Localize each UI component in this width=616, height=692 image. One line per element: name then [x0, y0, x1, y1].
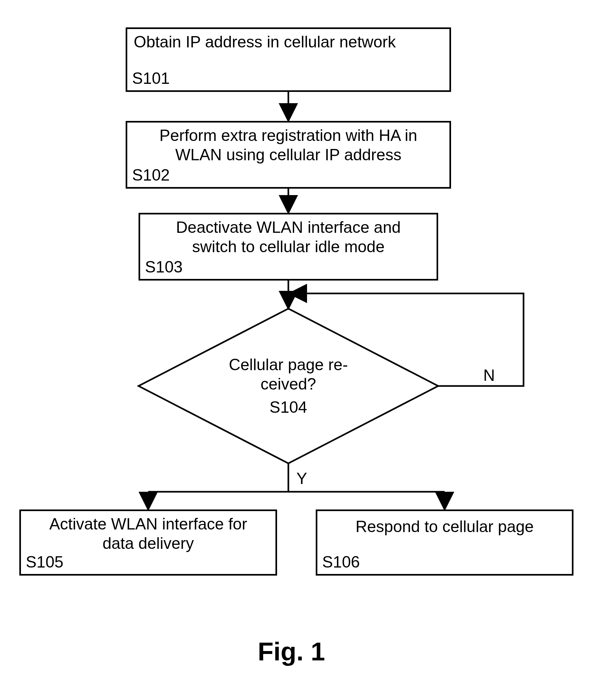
process-S102-ref: S102: [132, 166, 170, 185]
decision-S104: Cellular page re-ceived? S104: [163, 323, 414, 449]
decision-S104-text: Cellular page re-ceived?: [229, 355, 348, 394]
process-S105-ref: S105: [26, 553, 64, 571]
process-S102-text: Perform extra registration with HA in WL…: [127, 123, 449, 165]
process-S101-text: Obtain IP address in cellular network: [127, 29, 449, 51]
process-S106: Respond to cellular page S106: [316, 509, 573, 575]
process-S103-text: Deactivate WLAN interface and switch to …: [140, 214, 437, 256]
decision-S104-ref: S104: [270, 398, 307, 417]
process-S101-ref: S101: [132, 69, 170, 88]
process-S103-ref: S103: [145, 258, 183, 276]
decision-S104-content: Cellular page re-ceived? S104: [137, 307, 440, 465]
process-S102: Perform extra registration with HA in WL…: [126, 121, 451, 189]
figure-caption: Fig. 1: [258, 637, 325, 667]
flowchart-canvas: Obtain IP address in cellular network S1…: [0, 0, 616, 692]
process-S103: Deactivate WLAN interface and switch to …: [138, 213, 438, 280]
edge-label-no: N: [483, 366, 495, 385]
edge-label-yes: Y: [296, 469, 307, 488]
process-S105: Activate WLAN interface for data deliver…: [19, 509, 277, 575]
process-S106-ref: S106: [322, 553, 360, 571]
process-S105-text: Activate WLAN interface for data deliver…: [21, 511, 276, 553]
process-S101: Obtain IP address in cellular network S1…: [126, 27, 451, 92]
process-S106-text: Respond to cellular page: [317, 511, 572, 536]
